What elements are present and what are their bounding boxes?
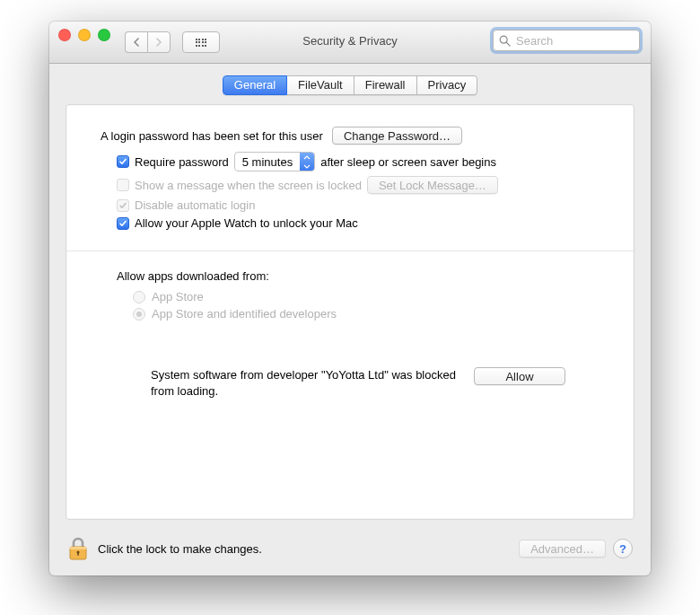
gatekeeper-identified-label: App Store and identified developers bbox=[152, 307, 337, 321]
lock-button[interactable] bbox=[67, 536, 89, 561]
allow-blocked-button[interactable]: Allow bbox=[474, 367, 565, 385]
apple-watch-unlock-checkbox[interactable] bbox=[117, 217, 129, 230]
help-button[interactable]: ? bbox=[613, 539, 633, 558]
stepper-icon bbox=[300, 153, 314, 171]
chevron-right-icon bbox=[155, 38, 162, 47]
check-icon bbox=[118, 201, 127, 210]
tab-firewall[interactable]: Firewall bbox=[354, 75, 417, 95]
allow-apps-label: Allow apps downloaded from: bbox=[117, 269, 599, 283]
nav-buttons bbox=[125, 31, 171, 53]
disable-auto-login-checkbox bbox=[117, 199, 129, 212]
require-password-label-pre: Require password bbox=[135, 155, 229, 169]
close-window-button[interactable] bbox=[58, 29, 71, 41]
search-field[interactable] bbox=[493, 30, 640, 51]
require-password-checkbox[interactable] bbox=[117, 155, 129, 168]
gatekeeper-section: Allow apps downloaded from: App Store Ap… bbox=[66, 251, 634, 412]
require-password-delay-value: 5 minutes bbox=[235, 155, 300, 169]
svg-line-1 bbox=[506, 42, 510, 46]
security-privacy-window: Security & Privacy General FileVault Fir… bbox=[49, 22, 651, 575]
footer: Click the lock to make changes. Advanced… bbox=[67, 534, 633, 563]
disable-auto-login-label: Disable automatic login bbox=[135, 198, 255, 212]
search-input[interactable] bbox=[514, 33, 651, 48]
svg-rect-5 bbox=[77, 552, 79, 556]
tab-privacy[interactable]: Privacy bbox=[417, 75, 478, 95]
titlebar: Security & Privacy bbox=[49, 22, 651, 64]
apple-watch-unlock-label: Allow your Apple Watch to unlock your Ma… bbox=[135, 216, 358, 230]
change-password-button[interactable]: Change Password… bbox=[332, 127, 462, 145]
chevron-left-icon bbox=[133, 38, 140, 47]
search-icon bbox=[499, 35, 511, 47]
forward-button[interactable] bbox=[147, 31, 171, 53]
tab-bar: General FileVault Firewall Privacy bbox=[49, 75, 651, 95]
check-icon bbox=[118, 219, 127, 228]
tab-filevault[interactable]: FileVault bbox=[287, 75, 354, 95]
gatekeeper-appstore-radio bbox=[133, 291, 145, 303]
check-icon bbox=[118, 157, 127, 166]
set-lock-message-button: Set Lock Message… bbox=[367, 176, 498, 194]
lock-icon bbox=[67, 536, 89, 561]
window-controls bbox=[58, 29, 110, 41]
svg-rect-3 bbox=[70, 547, 86, 549]
lock-hint-label: Click the lock to make changes. bbox=[98, 542, 262, 556]
show-message-checkbox bbox=[117, 179, 129, 191]
require-password-delay-select[interactable]: 5 minutes bbox=[234, 152, 315, 171]
general-panel: A login password has been set for this u… bbox=[66, 104, 634, 520]
content-area: General FileVault Firewall Privacy A log… bbox=[49, 63, 651, 575]
show-message-label: Show a message when the screen is locked bbox=[135, 179, 362, 192]
tab-general[interactable]: General bbox=[223, 75, 287, 95]
gatekeeper-identified-radio bbox=[133, 308, 145, 321]
require-password-label-post: after sleep or screen saver begins bbox=[320, 155, 496, 169]
minimize-window-button[interactable] bbox=[78, 29, 91, 41]
zoom-window-button[interactable] bbox=[98, 29, 110, 41]
login-section: A login password has been set for this u… bbox=[66, 105, 634, 250]
show-all-button[interactable] bbox=[182, 31, 220, 53]
login-password-set-label: A login password has been set for this u… bbox=[101, 129, 323, 143]
gatekeeper-appstore-label: App Store bbox=[152, 290, 204, 303]
blocked-software-text: System software from developer "YoYotta … bbox=[151, 367, 474, 400]
grid-icon bbox=[196, 39, 207, 47]
back-button[interactable] bbox=[125, 31, 147, 53]
advanced-button: Advanced… bbox=[519, 540, 606, 558]
